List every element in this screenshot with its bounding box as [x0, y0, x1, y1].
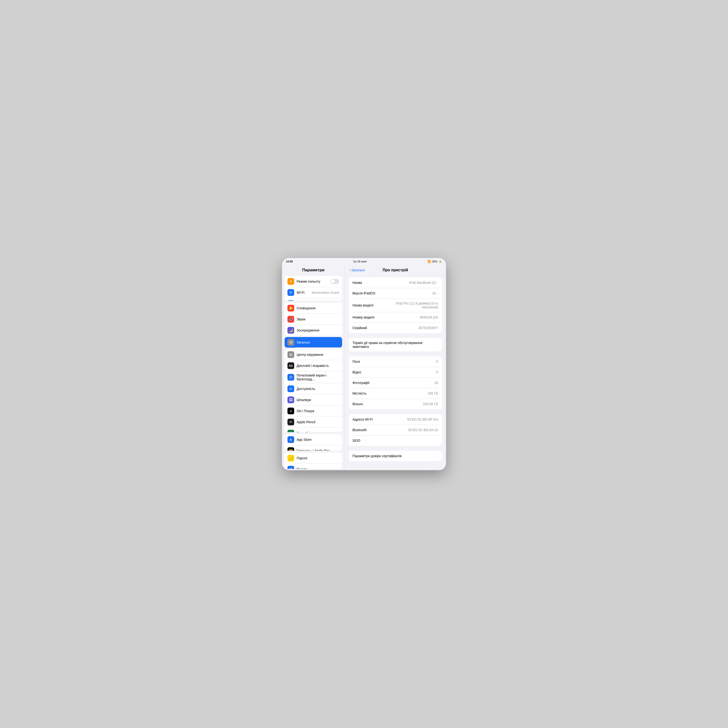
- sidebar-label-accessibility: Доступність: [297, 387, 339, 391]
- control-icon: ⊞: [288, 351, 294, 358]
- sidebar-item-applepencil[interactable]: ✏ Apple Pencil: [284, 416, 342, 428]
- detail-row-ipados[interactable]: Версія iPadOS 16 ›: [349, 288, 442, 298]
- back-label: Загальні: [352, 268, 365, 272]
- sounds-icon: 🔊: [288, 316, 294, 323]
- detail-row-warranty[interactable]: Термін дії права на сервісне обслуговува…: [349, 338, 442, 352]
- homescreen-icon: ⊡: [288, 374, 294, 381]
- sidebar-item-wallpaper[interactable]: 🖼 Шпалери: [284, 394, 342, 405]
- sidebar-label-wallpaper: Шпалери: [297, 398, 339, 402]
- detail-label-name: Назва: [352, 281, 362, 284]
- main-content: Параметри ✈ Режим польоту Wi-Fi Macbookk…: [282, 265, 446, 470]
- detail-header: ‹ Загальні Про пристрій: [345, 265, 446, 275]
- sidebar-value-wifi: Macbookkiev Guest: [312, 291, 339, 294]
- sidebar-label-siri: Siri і Пошук: [297, 409, 339, 413]
- wifi-settings-icon: [288, 289, 294, 296]
- sidebar-label-mail: Пошта: [297, 467, 339, 469]
- sidebar-label-general: Загальні: [297, 340, 339, 344]
- detail-label-wifiaddr: Адреса Wi-Fi: [352, 418, 373, 421]
- faceid-icon: ⊡: [288, 430, 294, 432]
- sidebar-label-control: Центр керування: [297, 353, 339, 356]
- detail-title: Про пристрій: [382, 268, 408, 272]
- mail-icon: ✉: [288, 466, 294, 469]
- detail-row-modelnumber: Номер моделі MHNJ3LZ/A: [349, 312, 442, 323]
- sidebar-item-airplane[interactable]: ✈ Режим польоту: [284, 276, 342, 287]
- sidebar-title: Параметри: [282, 265, 344, 275]
- detail-row-modelname: Назва моделі iPad Pro (12,9 дюйма) (5-го…: [349, 298, 442, 312]
- detail-label-btaddr: Bluetooth: [352, 428, 367, 432]
- siri-icon: ◎: [288, 408, 294, 414]
- sidebar-item-bluetooth[interactable]: B Bluetooth Увімкнено: [284, 298, 342, 301]
- status-bar: 13:55 Ср 18 жовт. 📶 26% 🔋: [282, 258, 446, 265]
- sidebar-item-sounds[interactable]: 🔊 Звуки: [284, 314, 342, 325]
- wallet-icon: 💳: [288, 447, 294, 450]
- sidebar-item-wallet[interactable]: 💳 Гаманець і Apple Pay: [284, 445, 342, 450]
- sidebar-item-siri[interactable]: ◎ Siri і Пошук: [284, 405, 342, 416]
- detail-value-modelnumber: MHNJ3LZ/A: [420, 315, 438, 319]
- sidebar-item-faceid[interactable]: ⊡ Face ID і код допуску: [284, 428, 342, 432]
- detail-group-deviceinfo: Назва iPad MacBook (2) › Версія iPadOS 1…: [349, 277, 442, 333]
- sidebar-label-wifi: Wi-Fi: [297, 291, 309, 294]
- accessibility-icon: ⊙: [288, 385, 294, 392]
- status-date: Ср 18 жовт.: [353, 260, 367, 263]
- sidebar-item-accessibility[interactable]: ⊙ Доступність: [284, 383, 342, 394]
- detail-row-songs: Пісні 0: [349, 356, 442, 367]
- sidebar-group-apps: A App Store 💳 Гаманець і Apple Pay: [284, 434, 342, 450]
- sidebar-label-wallet: Гаманець і Apple Pay: [297, 449, 339, 450]
- display-icon: AA: [288, 362, 294, 369]
- detail-row-seid[interactable]: SEID ›: [349, 435, 442, 446]
- sidebar: Параметри ✈ Режим польоту Wi-Fi Macbookk…: [282, 265, 345, 470]
- certs-chevron-icon: ›: [437, 454, 438, 458]
- status-time: 13:55: [286, 260, 293, 263]
- detail-value-ipados: 16 ›: [432, 291, 438, 295]
- seid-chevron-icon: ›: [437, 439, 438, 442]
- detail-label-ipados: Версія iPadOS: [352, 291, 375, 295]
- device-frame: 13:55 Ср 18 жовт. 📶 26% 🔋 Параметри ✈ Ре…: [282, 258, 446, 470]
- detail-row-video: Відео 0: [349, 367, 442, 378]
- sidebar-label-appstore: App Store: [297, 438, 339, 442]
- detail-row-name[interactable]: Назва iPad MacBook (2) ›: [349, 277, 442, 288]
- wifi-icon: 📶: [428, 260, 431, 263]
- detail-group-warranty: Термін дії права на сервісне обслуговува…: [349, 338, 442, 352]
- sidebar-item-appstore[interactable]: A App Store: [284, 434, 342, 445]
- back-chevron-icon: ‹: [350, 268, 351, 272]
- back-button[interactable]: ‹ Загальні: [350, 268, 365, 272]
- sidebar-group-notifications: 🔔 Сповіщення 🔊 Звуки 🌙 Зосередження ⏱ Ек…: [284, 303, 342, 336]
- detail-group-certs: Параметри довіри сертифікатів ›: [349, 451, 442, 461]
- detail-value-songs: 0: [436, 359, 438, 364]
- warranty-chevron-icon: ›: [437, 343, 438, 347]
- sidebar-label-focus: Зосередження: [297, 328, 339, 332]
- sidebar-group-connectivity: ✈ Режим польоту Wi-Fi Macbookkiev Guest …: [284, 276, 342, 301]
- detail-row-certs[interactable]: Параметри довіри сертифікатів ›: [349, 451, 442, 461]
- battery-level: 26%: [432, 260, 437, 263]
- sidebar-item-notifications[interactable]: 🔔 Сповіщення: [284, 303, 342, 314]
- detail-row-serial: Серійний JD7020K6FY: [349, 323, 442, 333]
- sidebar-item-homescreen[interactable]: ⊡ Початковий екран і багатозад…: [284, 371, 342, 383]
- sidebar-label-notifications: Сповіщення: [297, 306, 339, 310]
- detail-group-network: Адреса Wi-Fi 50:ED:3C:BD:BF:EA Bluetooth…: [349, 414, 442, 446]
- airplane-toggle[interactable]: [330, 279, 339, 284]
- sidebar-item-mail[interactable]: ✉ Пошта: [284, 463, 342, 469]
- sidebar-item-passwords[interactable]: 🔑 Паролі: [284, 453, 342, 463]
- focus-icon: 🌙: [288, 327, 294, 333]
- wallpaper-icon: 🖼: [288, 396, 294, 403]
- sidebar-item-wifi[interactable]: Wi-Fi Macbookkiev Guest: [284, 287, 342, 298]
- detail-label-serial: Серійний: [352, 326, 367, 330]
- general-icon: ⚙: [288, 339, 294, 346]
- detail-row-wifiaddr: Адреса Wi-Fi 50:ED:3C:BD:BF:EA: [349, 414, 442, 425]
- appstore-icon: A: [288, 436, 294, 443]
- sidebar-label-display: Дисплей і яскравість: [297, 364, 339, 368]
- sidebar-group-security: 🔑 Паролі ✉ Пошта: [284, 453, 342, 469]
- detail-value-name: iPad MacBook (2) ›: [409, 281, 438, 284]
- detail-row-photos: Фотографії 26: [349, 378, 442, 388]
- detail-label-seid: SEID: [352, 439, 360, 442]
- detail-label-video: Відео: [352, 370, 361, 374]
- detail-label-certs: Параметри довіри сертифікатів: [352, 454, 402, 458]
- sidebar-item-general[interactable]: ⚙ Загальні: [284, 337, 342, 348]
- sidebar-item-display[interactable]: AA Дисплей і яскравість: [284, 360, 342, 371]
- sidebar-item-focus[interactable]: 🌙 Зосередження: [284, 325, 342, 336]
- sidebar-label-faceid: Face ID і код допуску: [297, 431, 339, 432]
- chevron-icon-ipados: ›: [437, 291, 438, 295]
- sidebar-item-control[interactable]: ⊞ Центр керування: [284, 349, 342, 360]
- detail-group-storage: Пісні 0 Відео 0 Фотографії 26 Місткість …: [349, 356, 442, 409]
- detail-panel: ‹ Загальні Про пристрій Назва iPad MacBo…: [345, 265, 446, 470]
